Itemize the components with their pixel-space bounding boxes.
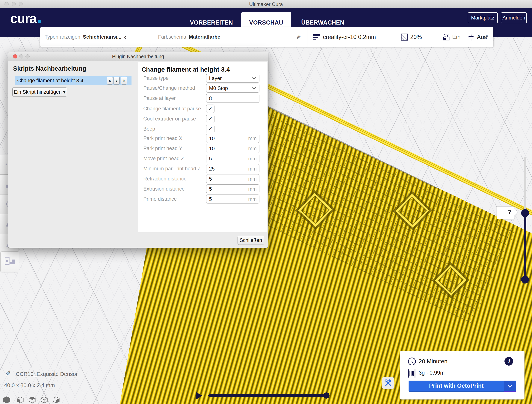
field-label: Retraction distance	[143, 174, 187, 183]
field-label: Move print head Z	[143, 154, 184, 163]
chevron-down-icon	[252, 86, 256, 89]
timeline-knob[interactable]	[323, 392, 329, 398]
field-label: Beep	[143, 124, 155, 133]
model-name: CCR10_Exquisite Densor	[16, 371, 77, 377]
layer-stack-icon	[313, 34, 320, 40]
color-scheme-label: Farbschema	[158, 34, 186, 40]
unit-label: mm	[248, 136, 257, 141]
close-dialog-button[interactable]: Schließen	[238, 236, 264, 245]
unit-label: mm	[248, 186, 257, 192]
view-type-label: Typen anzeigen	[44, 34, 80, 40]
unit-label: mm	[248, 146, 257, 152]
change-filament-checkbox[interactable]: ✓	[206, 105, 215, 113]
pause-at-layer-input[interactable]: 8	[206, 94, 260, 103]
rename-model-pencil-icon[interactable]: ✎	[5, 370, 11, 378]
collapse-chevron-icon[interactable]: ‹	[124, 33, 126, 41]
model-dimensions: 40.0 x 80.0 x 2.4 mm	[4, 382, 55, 388]
unit-label: mm	[248, 196, 257, 202]
print-options-dropdown[interactable]	[504, 381, 516, 392]
edit-pencil-icon[interactable]: ✎	[483, 34, 488, 41]
form-row-beep: Beep ✓	[138, 124, 267, 133]
layer-number-flag: 7	[497, 206, 514, 219]
toolbar-divider	[308, 27, 308, 47]
pause-method-select[interactable]: M0 Stop	[206, 83, 260, 93]
add-script-button[interactable]: Ein Skript hinzufügen ▾	[12, 87, 67, 97]
view-front-icon[interactable]	[17, 396, 24, 404]
unit-label: mm	[248, 166, 257, 172]
layer-slider-upper-handle[interactable]	[521, 209, 529, 217]
print-settings-tools-button[interactable]	[382, 377, 394, 389]
form-row-cool-extruder: Cool extruder on pause ✓	[138, 114, 267, 123]
prime-distance-input[interactable]: 5mm	[206, 194, 260, 204]
play-button[interactable]	[196, 392, 202, 399]
unit-label: mm	[248, 156, 257, 162]
scripts-heading: Skripts Nachbearbeitung	[13, 65, 86, 72]
beep-checkbox[interactable]: ✓	[206, 125, 215, 133]
form-row-pause-type: Pause type Layer	[138, 74, 267, 83]
hammer-wrench-icon	[385, 379, 392, 387]
infill-value[interactable]: 20%	[410, 34, 422, 40]
chevron-down-icon	[252, 76, 256, 79]
park-x-input[interactable]: 10mm	[206, 134, 260, 143]
script-settings-panel: Change filament at height 3.4 Pause type…	[138, 62, 267, 232]
extrusion-distance-input[interactable]: 5mm	[206, 184, 260, 193]
qr-finder	[432, 262, 469, 299]
os-titlebar: Ultimaker Cura	[0, 0, 532, 8]
sidebar-tool-support-blocker[interactable]	[0, 251, 19, 272]
color-scheme-value[interactable]: Materialfarbe	[189, 34, 220, 40]
field-label: Extrusion distance	[143, 184, 185, 193]
form-row-prime: Prime distance 5mm	[138, 194, 267, 204]
info-icon[interactable]: i	[505, 357, 513, 366]
retraction-distance-input[interactable]: 5mm	[206, 174, 260, 183]
clock-icon	[407, 357, 416, 366]
marketplace-button[interactable]: Marktplatz	[468, 12, 498, 23]
cool-extruder-checkbox[interactable]: ✓	[206, 115, 215, 123]
cura-logo: cura	[10, 12, 41, 25]
dialog-titlebar[interactable]: Plugin Nachbearbeitung	[8, 52, 268, 61]
remove-script-button[interactable]: ×	[121, 77, 127, 84]
field-label: Change filament at pause	[143, 104, 201, 113]
move-z-input[interactable]: 5mm	[206, 154, 260, 163]
adhesion-icon	[468, 33, 475, 41]
park-y-input[interactable]: 10mm	[206, 144, 260, 153]
qr-finder	[295, 190, 335, 230]
edit-pencil-icon[interactable]: ✎	[296, 34, 301, 41]
field-label: Pause type	[143, 74, 169, 83]
minimum-z-input[interactable]: 25mm	[206, 164, 260, 173]
view-left-icon[interactable]	[40, 396, 48, 404]
dropdown-arrow-icon: ▾	[63, 89, 66, 95]
move-script-down-button[interactable]: ∨	[114, 77, 120, 84]
view-type-value[interactable]: Schichtenansi...	[83, 34, 121, 40]
print-with-octoprint-button[interactable]: Print with OctoPrint	[409, 381, 516, 392]
cura-logo-dot	[38, 20, 41, 23]
form-row-change-filament: Change filament at pause ✓	[138, 104, 267, 113]
cura-app-window: 7 ✎ CCR10_Exquisite Densor 40.0 x 80.0 x…	[0, 0, 532, 404]
field-label: Pause/Change method	[143, 83, 195, 93]
view-right-icon[interactable]	[52, 396, 60, 404]
form-row-pause-at-layer: Pause at layer 8	[138, 94, 267, 103]
field-label: Park print head Y	[143, 144, 182, 153]
timeline-slider[interactable]	[208, 394, 327, 397]
form-row-minimum-z: Minimum par...rint head Z 25mm	[138, 164, 267, 173]
move-script-up-button[interactable]: ∧	[107, 77, 113, 84]
form-row-park-y: Park print head Y 10mm	[138, 144, 267, 153]
support-value[interactable]: Ein	[452, 34, 461, 40]
print-button-label: Print with OctoPrint	[409, 382, 504, 389]
view-3d-icon[interactable]	[2, 396, 12, 404]
layer-slider-range[interactable]	[524, 213, 526, 280]
pause-type-select[interactable]: Layer	[206, 74, 260, 83]
qr-finder	[393, 191, 432, 231]
preview-toolbar: Typen anzeigen Schichtenansi... ‹ Farbsc…	[40, 27, 494, 47]
layer-slider-lower-handle[interactable]	[521, 276, 529, 283]
form-row-move-z: Move print head Z 5mm	[138, 154, 267, 163]
field-label: Park print head X	[143, 134, 183, 143]
unit-label: mm	[248, 176, 257, 182]
signin-button[interactable]: Anmelden	[501, 12, 527, 23]
layer-number: 7	[508, 209, 511, 216]
chevron-down-icon	[508, 383, 512, 388]
form-row-extrusion: Extrusion distance 5mm	[138, 184, 267, 193]
field-label: Cool extruder on pause	[143, 114, 196, 123]
view-top-icon[interactable]	[28, 396, 36, 404]
printer-profile[interactable]: creality-cr-10 0.2mm	[323, 34, 376, 40]
form-row-pause-method: Pause/Change method M0 Stop	[138, 83, 267, 93]
